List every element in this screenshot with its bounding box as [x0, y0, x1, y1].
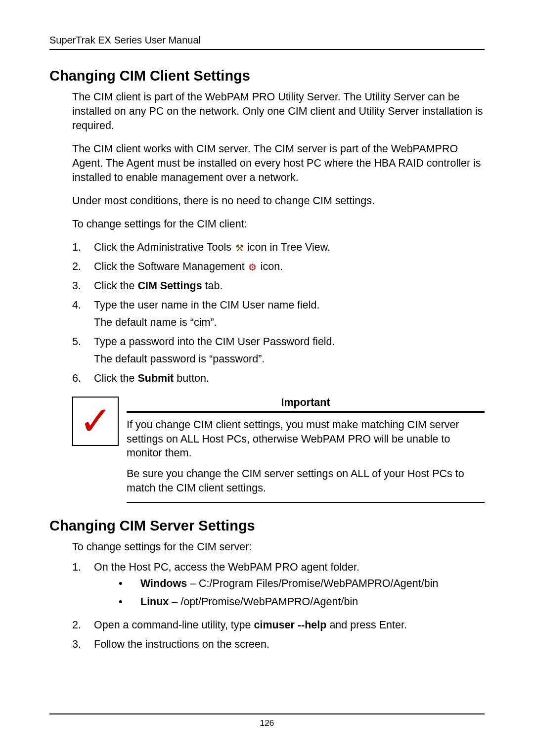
bold-text: Linux	[140, 596, 169, 608]
bullet-text: Linux – /opt/Promise/WebPAMPRO/Agent/bin	[137, 595, 485, 609]
list-number: 3.	[72, 637, 94, 652]
list-item: 1. On the Host PC, access the WebPAM PRO…	[72, 560, 485, 613]
ordered-list-server: 1. On the Host PC, access the WebPAM PRO…	[72, 560, 485, 652]
list-number: 1.	[72, 240, 94, 255]
list-item: 4. Type the user name in the CIM User na…	[72, 298, 485, 330]
list-text: On the Host PC, access the WebPAM PRO ag…	[94, 560, 485, 613]
divider	[127, 411, 485, 413]
bullet-item: • Windows – C:/Program Files/Promise/Web…	[94, 577, 485, 591]
section-body-client: The CIM client is part of the WebPAM PRO…	[72, 90, 485, 386]
list-number: 4.	[72, 298, 94, 330]
heading-cim-server: Changing CIM Server Settings	[49, 518, 485, 534]
text: tab.	[202, 280, 223, 292]
list-text: Type the user name in the CIM User name …	[94, 298, 485, 330]
bullet-text: Windows – C:/Program Files/Promise/WebPA…	[137, 577, 485, 591]
divider	[127, 502, 485, 503]
list-subtext: The default password is “password”.	[94, 352, 485, 366]
note-content: Important If you change CIM client setti…	[127, 397, 485, 503]
list-subtext: The default name is “cim”.	[94, 315, 485, 330]
bullet-marker: •	[94, 577, 137, 591]
list-number: 6.	[72, 371, 94, 386]
text: button.	[174, 372, 209, 384]
list-item: 2. Click the Software Management ⚙ icon.	[72, 260, 485, 274]
list-item: 5. Type a password into the CIM User Pas…	[72, 335, 485, 366]
list-item: 1. Click the Administrative Tools ⚒ icon…	[72, 240, 485, 255]
bold-text: CIM Settings	[137, 280, 202, 292]
list-item: 3. Click the CIM Settings tab.	[72, 279, 485, 293]
list-number: 2.	[72, 260, 94, 274]
text: icon.	[258, 261, 283, 272]
list-number: 3.	[72, 279, 94, 293]
list-text: Follow the instructions on the screen.	[94, 637, 485, 652]
note-title: Important	[127, 397, 485, 409]
page-number: 126	[260, 718, 274, 728]
text: Click the Administrative Tools	[94, 241, 234, 253]
bold-text: cimuser --help	[254, 619, 326, 631]
admin-tools-icon: ⚒	[234, 243, 244, 253]
software-management-icon: ⚙	[248, 263, 258, 272]
text: Click the	[94, 372, 137, 384]
paragraph: The CIM client works with CIM server. Th…	[72, 142, 485, 185]
note-paragraph: If you change CIM client settings, you m…	[127, 418, 485, 460]
text: Open a command-line utility, type	[94, 619, 254, 631]
bullet-item: • Linux – /opt/Promise/WebPAMPRO/Agent/b…	[94, 595, 485, 609]
ordered-list-client: 1. Click the Administrative Tools ⚒ icon…	[72, 240, 485, 386]
note-icon-box: ✓	[72, 397, 119, 446]
important-note: ✓ Important If you change CIM client set…	[72, 397, 485, 503]
list-item: 6. Click the Submit button.	[72, 371, 485, 386]
heading-cim-client: Changing CIM Client Settings	[49, 68, 485, 84]
bullet-list: • Windows – C:/Program Files/Promise/Web…	[94, 577, 485, 609]
list-number: 5.	[72, 335, 94, 366]
text: Click the	[94, 280, 137, 292]
text: Type the user name in the CIM User name …	[94, 299, 320, 311]
text: Type a password into the CIM User Passwo…	[94, 336, 335, 348]
bold-text: Windows	[140, 578, 187, 589]
bullet-marker: •	[94, 595, 137, 609]
note-paragraph: Be sure you change the CIM server settin…	[127, 467, 485, 495]
page: SuperTrak EX Series User Manual Changing…	[0, 0, 534, 756]
text: – C:/Program Files/Promise/WebPAMPRO/Age…	[187, 578, 438, 589]
list-text: Click the Administrative Tools ⚒ icon in…	[94, 240, 485, 255]
list-text: Type a password into the CIM User Passwo…	[94, 335, 485, 366]
text: Click the Software Management	[94, 261, 248, 272]
list-number: 2.	[72, 618, 94, 632]
section-body-server: To change settings for the CIM server: 1…	[72, 540, 485, 652]
list-item: 2. Open a command-line utility, type cim…	[72, 618, 485, 632]
bold-text: Submit	[137, 372, 174, 384]
paragraph: To change settings for the CIM server:	[72, 540, 485, 554]
list-number: 1.	[72, 560, 94, 613]
paragraph: The CIM client is part of the WebPAM PRO…	[72, 90, 485, 133]
list-text: Click the CIM Settings tab.	[94, 279, 485, 293]
checkmark-icon: ✓	[79, 407, 112, 435]
text: icon in Tree View.	[244, 241, 330, 253]
page-footer: 126	[49, 713, 485, 728]
paragraph: Under most conditions, there is no need …	[72, 194, 485, 208]
running-header: SuperTrak EX Series User Manual	[49, 35, 485, 50]
list-item: 3. Follow the instructions on the screen…	[72, 637, 485, 652]
paragraph: To change settings for the CIM client:	[72, 217, 485, 231]
list-text: Click the Submit button.	[94, 371, 485, 386]
list-text: Open a command-line utility, type cimuse…	[94, 618, 485, 632]
text: – /opt/Promise/WebPAMPRO/Agent/bin	[169, 596, 358, 608]
text: On the Host PC, access the WebPAM PRO ag…	[94, 561, 359, 573]
list-text: Click the Software Management ⚙ icon.	[94, 260, 485, 274]
note-icon-cell: ✓	[72, 397, 127, 503]
text: and press Enter.	[326, 619, 407, 631]
